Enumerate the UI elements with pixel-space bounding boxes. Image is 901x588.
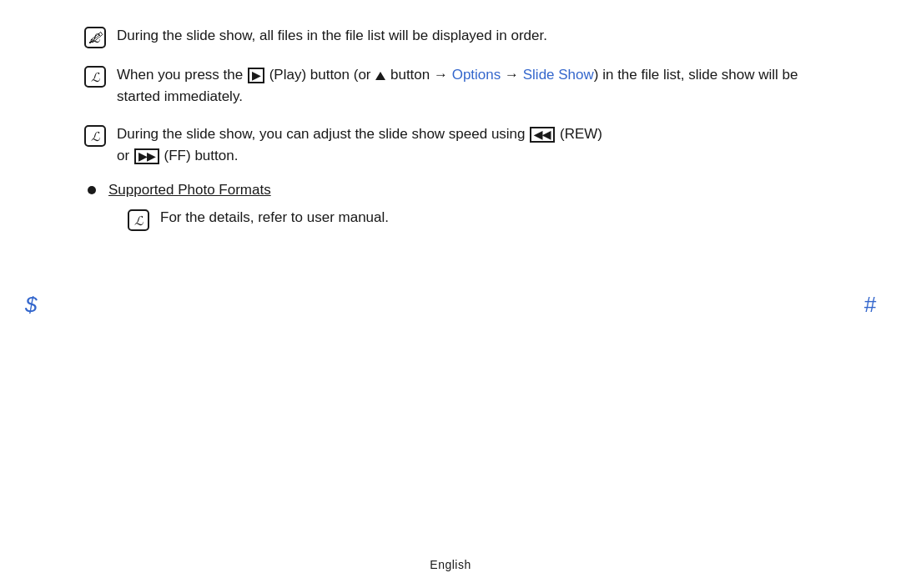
note-text-3: During the slide show, you can adjust th… bbox=[117, 123, 602, 168]
slide-show-link: Slide Show bbox=[523, 67, 594, 83]
note-icon-2: ℒ bbox=[83, 65, 107, 88]
options-link: Options bbox=[452, 67, 501, 83]
bullet-dot bbox=[88, 186, 96, 194]
page-content: 🖉 ℒ During the slide show, all files in … bbox=[0, 0, 901, 232]
corner-hash: # bbox=[864, 292, 876, 318]
svg-text:ℒ: ℒ bbox=[134, 214, 144, 228]
note-item-1: 🖉 ℒ During the slide show, all files in … bbox=[83, 25, 834, 49]
note-text-2: When you press the ▶ (Play) button (or b… bbox=[117, 64, 834, 108]
bullet-sub-text: For the details, refer to user manual. bbox=[160, 207, 389, 229]
svg-text:ℒ: ℒ bbox=[91, 32, 101, 45]
bullet-header: Supported Photo Formats bbox=[83, 182, 834, 199]
play-button-icon: ▶ bbox=[248, 68, 264, 83]
corner-dollar: $ bbox=[25, 292, 37, 318]
note-item-3: ℒ During the slide show, you can adjust … bbox=[83, 123, 834, 168]
footer-language: English bbox=[430, 558, 471, 571]
bullet-title: Supported Photo Formats bbox=[108, 182, 271, 199]
note-icon-3: ℒ bbox=[83, 124, 107, 148]
note-icon-1: 🖉 ℒ bbox=[83, 26, 107, 49]
note-text-1: During the slide show, all files in the … bbox=[117, 25, 547, 47]
ff-button-icon: ▶▶ bbox=[134, 148, 159, 164]
note-icon-sub: ℒ bbox=[127, 209, 150, 232]
svg-text:ℒ: ℒ bbox=[91, 71, 101, 84]
svg-text:ℒ: ℒ bbox=[91, 130, 101, 143]
rew-button-icon: ◀◀ bbox=[530, 127, 555, 143]
note-item-2: ℒ When you press the ▶ (Play) button (or… bbox=[83, 64, 834, 108]
bullet-section: Supported Photo Formats ℒ For the detail… bbox=[83, 182, 834, 232]
bullet-sub: ℒ For the details, refer to user manual. bbox=[127, 207, 834, 232]
triangle-up-icon bbox=[375, 72, 385, 80]
